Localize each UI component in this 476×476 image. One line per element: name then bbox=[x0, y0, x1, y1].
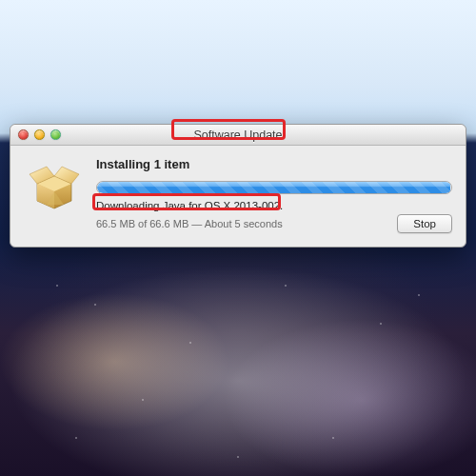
software-update-window: Software Update bbox=[10, 124, 466, 248]
download-detail-row: 66.5 MB of 66.6 MB — About 5 seconds Sto… bbox=[96, 214, 452, 233]
window-title: Software Update bbox=[10, 129, 466, 142]
desktop-wallpaper: Software Update bbox=[0, 0, 476, 476]
zoom-icon[interactable] bbox=[50, 129, 61, 140]
window-titlebar[interactable]: Software Update bbox=[10, 125, 466, 146]
download-detail-text: 66.5 MB of 66.6 MB — About 5 seconds bbox=[96, 218, 283, 229]
traffic-lights bbox=[10, 129, 61, 140]
minimize-icon[interactable] bbox=[34, 129, 45, 140]
installing-heading: Installing 1 item bbox=[96, 157, 452, 171]
download-status: Downloading Java for OS X 2013-002. bbox=[96, 200, 452, 211]
stop-button[interactable]: Stop bbox=[397, 214, 452, 233]
progress-fill bbox=[97, 182, 450, 193]
close-icon[interactable] bbox=[18, 129, 29, 140]
package-icon bbox=[24, 157, 85, 233]
progress-bar bbox=[96, 181, 452, 194]
window-content: Installing 1 item Downloading Java for O… bbox=[10, 146, 466, 247]
